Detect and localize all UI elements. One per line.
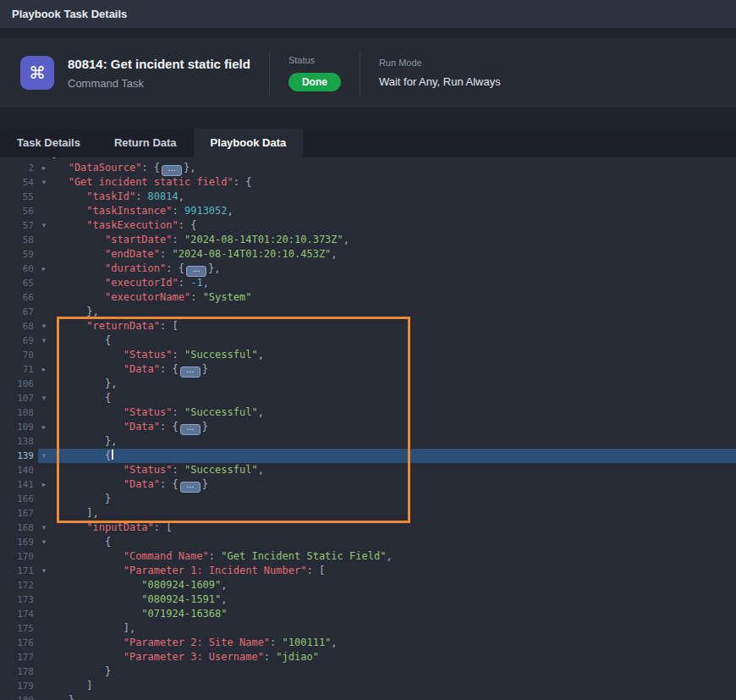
- fold-spacer: [38, 247, 50, 262]
- code-line-140[interactable]: 140"Status": "Successful",: [0, 463, 736, 477]
- code-lines: 1{2▸"DataSource": {⋯},54▾"Get incident s…: [0, 157, 736, 700]
- code-line-176[interactable]: 176"Parameter 2: Site Name": "100111",: [0, 636, 736, 650]
- fold-closed-icon[interactable]: ▸: [38, 161, 50, 175]
- fold-spacer: [38, 463, 50, 477]
- fold-open-icon[interactable]: ▾: [38, 319, 50, 333]
- code-line-58[interactable]: 58"startDate": "2024-08-14T01:20:10.373Z…: [0, 233, 736, 247]
- code-line-109[interactable]: 109▸"Data": {⋯}: [0, 420, 736, 434]
- line-number: 108: [0, 405, 38, 420]
- fold-open-icon[interactable]: ▾: [38, 521, 50, 535]
- code-content: "071924-16368": [50, 607, 228, 621]
- run-mode-label: Run Mode: [379, 58, 501, 68]
- fold-closed-icon[interactable]: ▸: [38, 420, 50, 434]
- code-content: },: [50, 434, 117, 449]
- code-line-180[interactable]: 180}: [0, 693, 736, 700]
- code-line-57[interactable]: 57▾"taskExecution": {: [0, 218, 736, 233]
- code-content: }: [50, 693, 74, 700]
- code-line-66[interactable]: 66"executorName": "System": [0, 290, 736, 305]
- fold-open-icon[interactable]: ▾: [38, 564, 50, 578]
- line-number: 66: [0, 290, 38, 305]
- code-content: "taskInstance": 9913052,: [50, 204, 233, 218]
- code-line-171[interactable]: 171▾"Parameter 1: Incident Number": [: [0, 564, 736, 578]
- line-number: 54: [0, 175, 38, 190]
- code-line-106[interactable]: 106},: [0, 377, 736, 391]
- code-line-166[interactable]: 166}: [0, 492, 736, 506]
- line-number: 56: [0, 204, 38, 218]
- fold-open-icon[interactable]: ▾: [38, 391, 50, 405]
- line-number: 138: [0, 434, 38, 449]
- fold-open-icon[interactable]: ▾: [38, 218, 50, 233]
- fold-spacer: [38, 679, 50, 693]
- code-line-2[interactable]: 2▸"DataSource": {⋯},: [0, 161, 736, 175]
- code-line-177[interactable]: 177"Parameter 3: Username": "jdiao": [0, 650, 736, 664]
- tab-task-details[interactable]: Task Details: [0, 129, 97, 157]
- topbar: Playbook Task Details: [0, 0, 736, 28]
- tab-playbook-data[interactable]: Playbook Data: [194, 129, 304, 157]
- code-content: "Status": "Successful",: [50, 348, 264, 362]
- code-content: "Get incident static field": {: [50, 175, 251, 190]
- code-line-108[interactable]: 108"Status": "Successful",: [0, 405, 736, 420]
- code-line-175[interactable]: 175],: [0, 621, 736, 636]
- code-content: "executorId": -1,: [50, 276, 209, 290]
- code-line-179[interactable]: 179]: [0, 679, 736, 693]
- line-number: 166: [0, 492, 38, 506]
- fold-closed-icon[interactable]: ▸: [38, 477, 50, 492]
- code-line-68[interactable]: 68▾"returnData": [: [0, 319, 736, 333]
- code-line-139[interactable]: 139▾{: [0, 449, 736, 463]
- fold-open-icon[interactable]: ▾: [38, 535, 50, 549]
- fold-closed-icon[interactable]: ▸: [38, 362, 50, 377]
- code-line-173[interactable]: 173"080924-1591",: [0, 593, 736, 607]
- code-line-107[interactable]: 107▾{: [0, 391, 736, 405]
- fold-spacer: [38, 549, 50, 564]
- fold-spacer: [38, 621, 50, 636]
- line-number: 55: [0, 190, 38, 204]
- fold-spacer: [38, 492, 50, 506]
- code-line-70[interactable]: 70"Status": "Successful",: [0, 348, 736, 362]
- fold-spacer: [38, 578, 50, 593]
- code-line-167[interactable]: 167],: [0, 506, 736, 521]
- line-number: 109: [0, 420, 38, 434]
- code-line-141[interactable]: 141▸"Data": {⋯}: [0, 477, 736, 492]
- code-line-59[interactable]: 59"endDate": "2024-08-14T01:20:10.453Z",: [0, 247, 736, 262]
- fold-spacer: [38, 506, 50, 521]
- code-line-55[interactable]: 55"taskId": 80814,: [0, 190, 736, 204]
- code-line-169[interactable]: 169▾{: [0, 535, 736, 549]
- run-mode-section: Run Mode Wait for Any, Run Always: [379, 58, 501, 88]
- status-badge: Done: [288, 73, 341, 91]
- line-number: 106: [0, 377, 38, 391]
- fold-open-icon[interactable]: ▾: [38, 175, 50, 190]
- fold-open-icon[interactable]: ▾: [38, 333, 50, 348]
- line-number: 139: [0, 449, 38, 463]
- code-content: "executorName": "System": [50, 290, 251, 305]
- code-line-174[interactable]: 174"071924-16368": [0, 607, 736, 621]
- code-line-178[interactable]: 178}: [0, 664, 736, 679]
- fold-spacer: [38, 593, 50, 607]
- code-line-138[interactable]: 138},: [0, 434, 736, 449]
- code-line-168[interactable]: 168▾"inputData": [: [0, 521, 736, 535]
- code-content: "taskExecution": {: [50, 218, 196, 233]
- code-line-60[interactable]: 60▸"duration": {⋯},: [0, 262, 736, 276]
- line-number: 58: [0, 233, 38, 247]
- line-number: 69: [0, 333, 38, 348]
- code-line-69[interactable]: 69▾{: [0, 333, 736, 348]
- line-number: 179: [0, 679, 38, 693]
- code-line-170[interactable]: 170"Command Name": "Get Incident Static …: [0, 549, 736, 564]
- code-line-56[interactable]: 56"taskInstance": 9913052,: [0, 204, 736, 218]
- fold-spacer: [38, 650, 50, 664]
- code-line-172[interactable]: 172"080924-1609",: [0, 578, 736, 593]
- code-line-67[interactable]: 67},: [0, 305, 736, 319]
- code-line-54[interactable]: 54▾"Get incident static field": {: [0, 175, 736, 190]
- fold-closed-icon[interactable]: ▸: [38, 262, 50, 276]
- code-line-71[interactable]: 71▸"Data": {⋯}: [0, 362, 736, 377]
- fold-open-icon[interactable]: ▾: [38, 449, 50, 463]
- line-number: 180: [0, 693, 38, 700]
- line-number: 60: [0, 262, 38, 276]
- json-editor[interactable]: 1{2▸"DataSource": {⋯},54▾"Get incident s…: [0, 157, 736, 700]
- code-line-65[interactable]: 65"executorId": -1,: [0, 276, 736, 290]
- tab-return-data[interactable]: Return Data: [97, 129, 194, 157]
- line-number: 170: [0, 549, 38, 564]
- fold-spacer: [38, 607, 50, 621]
- code-content: "Parameter 2: Site Name": "100111",: [50, 636, 338, 650]
- code-content: "Parameter 1: Incident Number": [: [50, 564, 325, 578]
- fold-spacer: [38, 305, 50, 319]
